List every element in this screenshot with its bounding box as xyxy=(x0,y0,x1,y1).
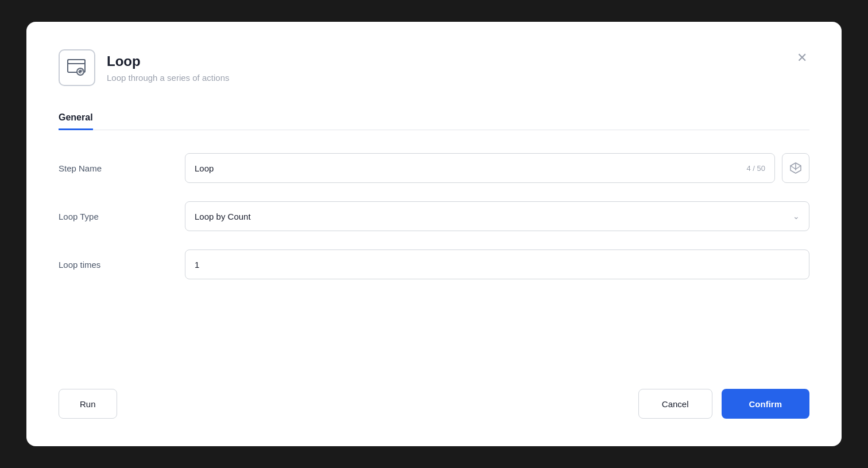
dialog-header: Loop Loop through a series of actions ✕ xyxy=(59,49,809,86)
loop-times-row: Loop times xyxy=(59,249,809,279)
step-name-label: Step Name xyxy=(59,163,162,173)
cube-icon-button[interactable] xyxy=(782,153,809,183)
dialog-footer: Run Cancel Confirm xyxy=(59,389,809,419)
close-button[interactable]: ✕ xyxy=(795,49,809,67)
confirm-button[interactable]: Confirm xyxy=(722,389,810,419)
loop-times-label: Loop times xyxy=(59,260,162,270)
loop-type-value: Loop by Count xyxy=(195,212,251,221)
step-name-row: Step Name 4 / 50 xyxy=(59,153,809,183)
dialog-subtitle: Loop through a series of actions xyxy=(107,73,229,83)
title-block: Loop Loop through a series of actions xyxy=(107,53,229,83)
chevron-down-icon: ⌄ xyxy=(793,212,800,221)
loop-icon xyxy=(59,49,95,86)
close-icon: ✕ xyxy=(797,52,807,64)
step-name-input-wrapper: 4 / 50 xyxy=(185,153,775,183)
footer-right: Cancel Confirm xyxy=(638,389,809,419)
run-button[interactable]: Run xyxy=(59,389,117,419)
cube-icon xyxy=(789,162,802,174)
dialog-title: Loop xyxy=(107,53,229,69)
step-name-input-container: 4 / 50 xyxy=(185,153,809,183)
step-name-char-count: 4 / 50 xyxy=(746,164,765,173)
form-section: Step Name 4 / 50 Loop Type Loop by Count xyxy=(59,153,809,354)
step-name-input[interactable] xyxy=(195,163,746,173)
svg-rect-1 xyxy=(68,60,85,64)
tab-general[interactable]: General xyxy=(59,107,93,130)
tabs-container: General xyxy=(59,107,809,130)
loop-times-input[interactable] xyxy=(185,249,809,279)
loop-dialog: Loop Loop through a series of actions ✕ … xyxy=(26,22,842,446)
loop-type-select[interactable]: Loop by Count ⌄ xyxy=(185,201,809,231)
header-left: Loop Loop through a series of actions xyxy=(59,49,229,86)
loop-type-label: Loop Type xyxy=(59,212,162,221)
cancel-button[interactable]: Cancel xyxy=(638,389,712,419)
loop-type-row: Loop Type Loop by Count ⌄ xyxy=(59,201,809,231)
